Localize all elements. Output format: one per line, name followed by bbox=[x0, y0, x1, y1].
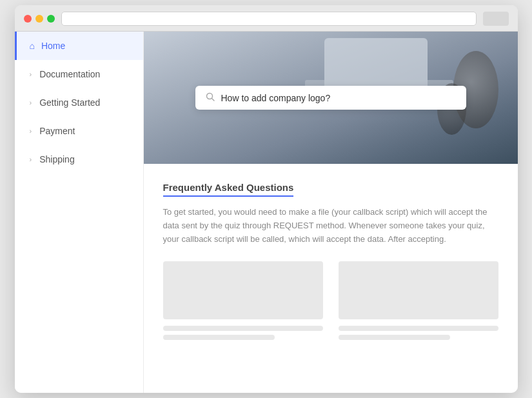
sidebar-item-getting-started-label: Getting Started bbox=[39, 97, 100, 108]
minimize-button[interactable] bbox=[35, 15, 43, 23]
sidebar-item-documentation[interactable]: › Documentation bbox=[15, 60, 143, 88]
nav-btn-1[interactable] bbox=[483, 12, 509, 26]
card-image-1 bbox=[163, 261, 323, 319]
sidebar-item-shipping[interactable]: › Shipping bbox=[15, 145, 143, 174]
nav-buttons bbox=[483, 12, 509, 26]
hero-section bbox=[144, 32, 518, 164]
search-bar bbox=[195, 86, 466, 110]
sidebar-item-shipping-label: Shipping bbox=[39, 154, 75, 164]
app-container: ⌂ Home › Documentation › Getting Started… bbox=[15, 32, 518, 393]
chevron-icon: › bbox=[30, 99, 32, 106]
card-image-2 bbox=[339, 261, 498, 319]
faq-description: To get started, you would need to make a… bbox=[163, 206, 498, 246]
address-bar[interactable] bbox=[61, 12, 477, 26]
close-button[interactable] bbox=[24, 15, 32, 23]
card-line-3 bbox=[339, 326, 498, 331]
sidebar-item-home[interactable]: ⌂ Home bbox=[15, 32, 143, 60]
svg-line-1 bbox=[212, 99, 214, 101]
sidebar-item-payment[interactable]: › Payment bbox=[15, 117, 143, 145]
sidebar-item-documentation-label: Documentation bbox=[39, 69, 100, 79]
search-input[interactable] bbox=[221, 93, 456, 103]
chevron-icon: › bbox=[30, 70, 32, 78]
browser-chrome bbox=[15, 5, 518, 32]
faq-section: Frequently Asked Questions To get starte… bbox=[144, 164, 518, 362]
traffic-lights bbox=[24, 15, 55, 23]
card-line-1 bbox=[163, 326, 323, 331]
card-line-2 bbox=[163, 335, 275, 340]
card-placeholder-1 bbox=[163, 261, 323, 344]
search-icon bbox=[206, 92, 215, 103]
sidebar-item-getting-started[interactable]: › Getting Started bbox=[15, 88, 143, 117]
sidebar-item-home-label: Home bbox=[41, 41, 65, 51]
sidebar: ⌂ Home › Documentation › Getting Started… bbox=[15, 32, 144, 393]
chevron-icon: › bbox=[30, 155, 32, 163]
cards-row bbox=[163, 261, 498, 344]
main-content: Frequently Asked Questions To get starte… bbox=[144, 32, 518, 393]
chevron-icon: › bbox=[30, 127, 32, 135]
maximize-button[interactable] bbox=[47, 15, 55, 23]
card-line-4 bbox=[339, 335, 451, 340]
search-bar-container bbox=[195, 86, 466, 110]
sidebar-item-payment-label: Payment bbox=[39, 126, 75, 136]
home-icon: ⌂ bbox=[30, 41, 35, 51]
card-placeholder-2 bbox=[339, 261, 498, 344]
browser-window: ⌂ Home › Documentation › Getting Started… bbox=[15, 5, 518, 393]
faq-title: Frequently Asked Questions bbox=[163, 182, 294, 197]
